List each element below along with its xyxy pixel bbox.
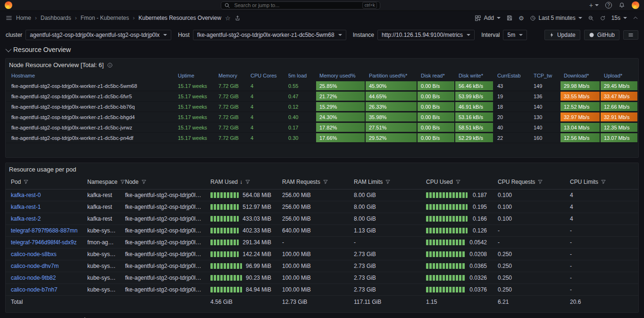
pod-cpu-limits: - — [565, 249, 638, 260]
node-column-download[interactable]: Download* — [560, 71, 600, 81]
variable-cluster-select[interactable]: agentful-stg2-osp-tdrjp0lx-agentful-stg2… — [25, 30, 171, 40]
breadcrumb-folder[interactable]: Fmon - Kubernetes — [81, 15, 129, 21]
info-icon[interactable] — [107, 62, 113, 68]
pod-column-node[interactable]: Node — [120, 176, 205, 189]
add-panel-button[interactable]: Add — [475, 15, 501, 21]
total-ram-limits: 117.11 GiB — [349, 296, 421, 308]
node-column-tcp-tw[interactable]: TCP_tw — [530, 71, 560, 81]
menu-hamburger-button[interactable] — [6, 15, 12, 21]
cpu-used-value: 0.0365 — [469, 263, 489, 269]
node-column-partition-used[interactable]: Partition used%* — [365, 71, 417, 81]
node-curr-estab: 20 — [493, 112, 530, 122]
node-column-disk-write[interactable]: Disk write* — [455, 71, 493, 81]
pod-name-link[interactable]: telegraf-7946d98f4f-sdx9z — [6, 237, 82, 249]
breadcrumb-dashboards[interactable]: Dashboards — [41, 15, 71, 21]
node-column-cpu-cores[interactable]: CPU Cores — [247, 71, 284, 81]
collapse-nav-chevron-up-button[interactable] — [633, 15, 638, 21]
search-box[interactable]: ctrl+k — [221, 1, 380, 9]
node-memory: 7.72 GiB — [215, 102, 247, 112]
refresh-interval-picker[interactable]: 15s — [611, 15, 627, 21]
panel-header[interactable]: Resource usage per pod — [6, 163, 638, 176]
ram-used-value: 96.99 MiB — [246, 263, 273, 269]
pod-ram-requests: 100.00 MiB — [277, 272, 349, 284]
pod-name-link[interactable]: calico-node-b7nh7 — [6, 284, 82, 296]
filter-icon[interactable] — [385, 179, 390, 186]
dashboard-settings-gear-button[interactable]: ⚙ — [519, 15, 524, 21]
favorite-star-button[interactable]: ☆ — [225, 15, 231, 21]
node-column-memory-used[interactable]: Memory used% — [316, 71, 365, 81]
time-range-picker[interactable]: Last 5 minutes — [530, 15, 582, 21]
breadcrumb-home[interactable]: Home — [16, 15, 31, 21]
node-column-memory[interactable]: Memory — [215, 71, 247, 81]
pod-name-link[interactable]: calico-node-dhv7m — [6, 260, 82, 272]
node-memory-used: 17.66% — [316, 133, 365, 143]
github-button[interactable]: GitHub — [584, 30, 619, 40]
variable-interval-select[interactable]: 5m — [503, 30, 527, 40]
pod-column-cpu-requests[interactable]: CPU Requests — [493, 176, 565, 189]
cpu-used-gauge: 0.166 — [426, 215, 489, 222]
panel-header[interactable]: Node Resource Overview [Total: 6] — [6, 59, 638, 71]
pod-column-ram-requests[interactable]: RAM Requests — [277, 176, 349, 189]
node-column-5m-load[interactable]: 5m load — [284, 71, 316, 81]
node-column-disk-read[interactable]: Disk read* — [417, 71, 455, 81]
filter-icon[interactable] — [601, 179, 606, 186]
refresh-button[interactable] — [600, 15, 606, 21]
filter-icon[interactable] — [323, 179, 328, 186]
filter-icon[interactable] — [538, 179, 543, 186]
chevron-down-icon — [497, 17, 501, 19]
column-label: RAM Used — [210, 179, 238, 185]
node-hostname: fke-agentful-stg2-osp-tdrjp0lx-worker-z1… — [6, 102, 174, 112]
filter-icon[interactable] — [142, 179, 146, 186]
pod-ram-requests: 256.00 MiB — [277, 201, 349, 213]
variable-host-label: Host — [178, 32, 190, 38]
column-label: Pod — [11, 179, 21, 185]
node-5m-load: 0.47 — [284, 91, 316, 102]
value-gauge-cell: 17.82% — [316, 123, 365, 132]
node-column-hostname[interactable]: Hostname — [6, 71, 174, 81]
pod-name-link[interactable]: telegraf-8797f9688-887mn — [6, 225, 82, 237]
ram-used-value: 291.34 MiB — [243, 239, 273, 246]
pod-column-namespace[interactable]: Namespace — [82, 176, 120, 189]
sort-desc-icon[interactable]: ↓ — [240, 179, 243, 185]
notifications-bell-button[interactable] — [619, 2, 625, 9]
pod-name-link[interactable]: kafka-rest-1 — [6, 201, 82, 213]
pod-column-cpu-used[interactable]: CPU Used — [421, 176, 493, 189]
filter-icon[interactable] — [24, 179, 28, 186]
pod-column-pod[interactable]: Pod — [6, 176, 82, 189]
node-column-uptime[interactable]: Uptime — [174, 71, 215, 81]
node-memory: 7.72 GiB — [215, 112, 247, 122]
help-button[interactable]: ? — [605, 2, 612, 9]
panel-list-menu-button[interactable] — [623, 30, 638, 40]
lcd-gauge-bar — [210, 263, 242, 269]
pod-name-link[interactable]: kafka-rest-2 — [6, 213, 82, 225]
github-icon — [589, 32, 594, 38]
zoom-out-button[interactable] — [588, 15, 594, 21]
update-button[interactable]: Update — [544, 30, 580, 40]
pod-column-cpu-limits[interactable]: CPU Limits — [565, 176, 638, 189]
bolt-icon — [549, 32, 554, 38]
value-gauge-cell: 26.33% — [366, 102, 417, 111]
node-uptime: 15.17 weeks — [174, 102, 215, 112]
filter-icon[interactable] — [456, 179, 460, 186]
pod-cpu-used: 0.0326 — [421, 272, 493, 284]
pod-name-link[interactable]: calico-node-9tb82 — [6, 272, 82, 284]
variable-instance-select[interactable]: http://10.126.15.94:9100/metrics — [377, 30, 475, 40]
pod-name-link[interactable]: calico-node-s8bxs — [6, 249, 82, 260]
node-column-currestab[interactable]: CurrEstab — [493, 71, 530, 81]
filter-icon[interactable] — [245, 179, 250, 186]
pod-column-ram-used[interactable]: RAM Used↓ — [205, 176, 277, 189]
share-button[interactable] — [234, 15, 241, 21]
filter-icon[interactable] — [120, 179, 125, 186]
node-column-upload[interactable]: Upload* — [600, 71, 638, 81]
save-dashboard-button[interactable] — [506, 15, 513, 21]
search-input[interactable] — [233, 2, 359, 9]
user-avatar[interactable] — [632, 1, 639, 9]
variable-host-select[interactable]: fke-agentful-stg2-osp-tdrjp0lx-worker-z1… — [193, 30, 346, 40]
chevron-down-icon — [467, 34, 470, 36]
section-resource-overview[interactable]: Resource Overview — [6, 46, 638, 53]
pod-ram-used: 90.23 MiB — [205, 272, 277, 284]
pod-column-ram-limits[interactable]: RAM Limits — [349, 176, 421, 189]
node-upload: 29.45 Mb/s — [600, 81, 638, 91]
pod-name-link[interactable]: kafka-rest-0 — [6, 189, 82, 201]
new-menu-button[interactable]: + — [589, 1, 599, 9]
